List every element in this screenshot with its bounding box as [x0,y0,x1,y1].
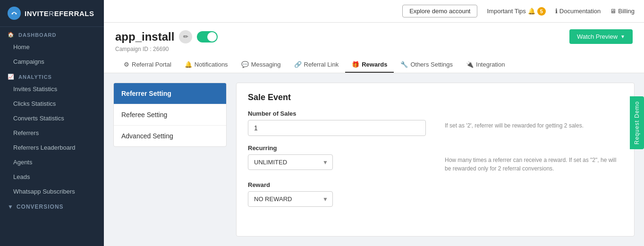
sidebar-item-referrers-leaderboard[interactable]: Referrers Leaderboard [0,140,104,155]
wrench-icon: 🔧 [400,61,408,68]
recurring-select-wrapper: UNLIMITED 1 2 3 5 10 ▼ [248,154,333,170]
sidebar-item-referrers[interactable]: Referrers [0,126,104,140]
billing-icon: 🖥 [610,8,616,15]
top-bar: Explore demo account Important Tips 🔔 5 … [104,0,644,23]
svg-point-1 [12,13,13,15]
sidebar-item-campaigns[interactable]: Campaigns [0,54,104,69]
number-of-sales-hint: If set as '2', referrer will be rewarded… [445,110,623,136]
chat-icon: 💬 [241,61,249,68]
settings-menu-item-advanced[interactable]: Advanced Setting [114,126,226,146]
info-icon: ℹ [555,8,558,15]
recurring-select[interactable]: UNLIMITED 1 2 3 5 10 [248,154,333,170]
settings-menu-item-referrer[interactable]: Referrer Setting [114,83,226,104]
reward-hint [445,181,623,207]
logo-icon [8,7,21,20]
important-tips-label: Important Tips [487,8,525,15]
gift-icon: 🎁 [352,61,359,68]
reward-left: Reward NO REWARD COUPON POINTS CUSTOM ▼ [248,181,426,207]
number-of-sales-row: Number of Sales If set as '2', referrer … [248,110,623,136]
sidebar-item-whatsapp-subscribers[interactable]: Whatsapp Subscribers [0,184,104,199]
number-of-sales-input[interactable] [248,120,426,136]
gear-icon: ⚙ [124,61,129,68]
recurring-left: Recurring UNLIMITED 1 2 3 5 10 ▼ [248,144,426,173]
campaign-toggle[interactable] [197,31,218,42]
request-demo-tab[interactable]: Request Demo [630,96,644,149]
recurring-hint: How many times a referrer can receive a … [445,144,623,173]
edit-campaign-button[interactable]: ✏ [179,30,192,43]
conversions-section: ▼ CONVERSIONS [0,199,104,215]
sidebar-item-leads[interactable]: Leads [0,170,104,184]
bell-tab-icon: 🔔 [185,61,192,68]
number-of-sales-label: Number of Sales [248,110,426,117]
notification-badge: 5 [537,7,546,16]
tab-referral-portal[interactable]: ⚙ Referral Portal [117,57,178,73]
funnel-icon: ▼ [8,204,14,210]
svg-point-0 [10,9,18,17]
recurring-row: Recurring UNLIMITED 1 2 3 5 10 ▼ [248,144,623,173]
billing-link[interactable]: 🖥 Billing [610,8,635,15]
sidebar-logo: INVITEREFERRALS [0,0,104,27]
tabs-row: ⚙ Referral Portal 🔔 Notifications 💬 Mess… [115,57,633,73]
dashboard-icon: 🏠 [8,32,15,38]
sidebar-item-home[interactable]: Home [0,40,104,54]
sidebar-item-agents[interactable]: Agents [0,155,104,170]
reward-select[interactable]: NO REWARD COUPON POINTS CUSTOM [248,191,333,207]
analytics-section: 📈 ANALYTICS [0,69,104,82]
link-icon: 🔗 [294,61,302,68]
dashboard-section: 🏠 DASHBOARD [0,27,104,40]
sidebar-item-invites-statistics[interactable]: Invites Statistics [0,82,104,96]
bell-icon: 🔔 [528,8,535,15]
important-tips-link[interactable]: Important Tips 🔔 5 [487,7,545,16]
sidebar: INVITEREFERRALS 🏠 DASHBOARD Home Campaig… [0,0,104,246]
tab-rewards[interactable]: 🎁 Rewards [345,57,394,73]
tab-integration[interactable]: 🔌 Integration [459,57,511,73]
reward-row: Reward NO REWARD COUPON POINTS CUSTOM ▼ [248,181,623,207]
page-content: Referrer Setting Referee Setting Advance… [104,73,644,246]
main-content: Explore demo account Important Tips 🔔 5 … [104,0,644,246]
campaign-header: app_install ✏ Watch Preview ▼ Campaign I… [104,23,644,73]
explore-demo-button[interactable]: Explore demo account [402,5,477,17]
recurring-label: Recurring [248,144,426,152]
analytics-icon: 📈 [8,74,15,80]
documentation-link[interactable]: ℹ Documentation [555,8,601,15]
settings-menu: Referrer Setting Referee Setting Advance… [113,83,227,147]
tab-referral-link[interactable]: 🔗 Referral Link [288,57,346,73]
logo-text: INVITEREFERRALS [25,9,94,17]
reward-select-wrapper: NO REWARD COUPON POINTS CUSTOM ▼ [248,191,333,207]
left-panel: Referrer Setting Referee Setting Advance… [113,83,227,237]
dropdown-arrow-icon: ▼ [620,34,625,39]
tab-others-settings[interactable]: 🔧 Others Settings [394,57,459,73]
tab-notifications[interactable]: 🔔 Notifications [178,57,235,73]
watch-preview-button[interactable]: Watch Preview ▼ [569,29,633,44]
settings-menu-item-referee[interactable]: Referee Setting [114,104,226,126]
reward-label: Reward [248,181,426,188]
tab-messaging[interactable]: 💬 Messaging [235,57,288,73]
campaign-id: Campaign ID : 26690 [115,46,633,52]
plugin-icon: 🔌 [466,61,474,68]
toggle-knob [207,32,217,42]
svg-point-2 [16,13,17,15]
section-title: Sale Event [248,93,623,102]
campaign-title: app_install [115,30,174,43]
sidebar-item-clicks-statistics[interactable]: Clicks Statistics [0,96,104,111]
sidebar-item-converts-statistics[interactable]: Converts Statistics [0,111,104,126]
right-panel: Sale Event Number of Sales If set as '2'… [236,83,635,237]
number-of-sales-left: Number of Sales [248,110,426,136]
